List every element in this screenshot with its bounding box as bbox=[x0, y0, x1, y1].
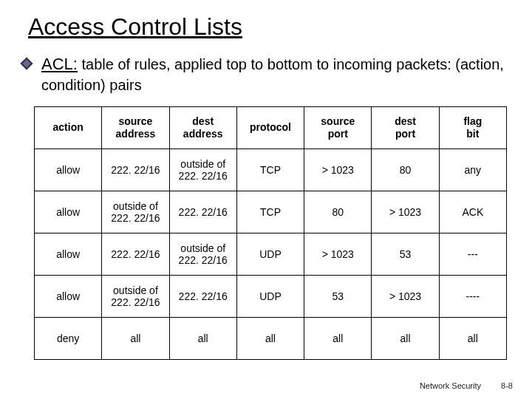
cell: all bbox=[169, 317, 236, 359]
cell: > 1023 bbox=[304, 149, 372, 191]
cell: 53 bbox=[304, 275, 372, 317]
cell: all bbox=[439, 317, 506, 359]
cell: all bbox=[236, 317, 304, 359]
cell: outside of 222. 22/16 bbox=[169, 149, 236, 191]
page-number: 8-8 bbox=[501, 381, 513, 390]
cell: 222. 22/16 bbox=[102, 149, 169, 191]
cell: ---- bbox=[439, 275, 506, 317]
th-protocol: protocol bbox=[236, 106, 304, 149]
table-row: allow outside of 222. 22/16 222. 22/16 T… bbox=[35, 191, 507, 233]
table-row: allow outside of 222. 22/16 222. 22/16 U… bbox=[35, 275, 507, 317]
cell: > 1023 bbox=[304, 233, 372, 275]
cell: 80 bbox=[372, 149, 439, 191]
th-dest-port: dest port bbox=[372, 106, 439, 149]
th-dest-address: dest address bbox=[169, 106, 236, 149]
cell: --- bbox=[439, 233, 506, 275]
cell: all bbox=[372, 317, 439, 359]
cell: all bbox=[102, 317, 169, 359]
table-row: deny all all all all all all bbox=[35, 317, 507, 359]
th-flag-bit: flag bit bbox=[439, 106, 506, 149]
table-row: allow 222. 22/16 outside of 222. 22/16 T… bbox=[35, 149, 507, 191]
footer-label: Network Security bbox=[420, 381, 481, 390]
cell: outside of 222. 22/16 bbox=[102, 191, 169, 233]
bullet-row: ACL: table of rules, applied top to bott… bbox=[33, 54, 508, 95]
cell: allow bbox=[35, 149, 102, 191]
cell: UDP bbox=[236, 275, 304, 317]
cell: outside of 222. 22/16 bbox=[102, 275, 169, 317]
cell: TCP bbox=[236, 149, 304, 191]
th-action: action bbox=[35, 106, 102, 149]
cell: deny bbox=[35, 317, 102, 359]
cell: allow bbox=[35, 275, 102, 317]
bullet-diamond-icon bbox=[21, 58, 33, 70]
cell: TCP bbox=[236, 191, 304, 233]
cell: 80 bbox=[304, 191, 372, 233]
th-source-port: source port bbox=[304, 106, 372, 149]
cell: > 1023 bbox=[372, 275, 439, 317]
bullet-rest: table of rules, applied top to bottom to… bbox=[41, 56, 504, 93]
cell: 222. 22/16 bbox=[169, 275, 236, 317]
cell: UDP bbox=[236, 233, 304, 275]
cell: 53 bbox=[372, 233, 439, 275]
cell: allow bbox=[35, 191, 102, 233]
cell: ACK bbox=[439, 191, 506, 233]
bullet-text: ACL: table of rules, applied top to bott… bbox=[41, 54, 508, 95]
cell: outside of 222. 22/16 bbox=[169, 233, 236, 275]
cell: any bbox=[439, 149, 506, 191]
table-header-row: action source address dest address proto… bbox=[35, 106, 507, 149]
th-source-address: source address bbox=[102, 106, 169, 149]
table-row: allow 222. 22/16 outside of 222. 22/16 U… bbox=[35, 233, 507, 275]
footer: Network Security 8-8 bbox=[420, 381, 513, 390]
acl-table: action source address dest address proto… bbox=[34, 106, 507, 360]
cell: 222. 22/16 bbox=[102, 233, 169, 275]
slide-title: Access Control Lists bbox=[28, 13, 508, 41]
cell: > 1023 bbox=[372, 191, 439, 233]
cell: allow bbox=[35, 233, 102, 275]
acl-label: ACL: bbox=[41, 55, 78, 73]
cell: 222. 22/16 bbox=[169, 191, 236, 233]
cell: all bbox=[304, 317, 372, 359]
